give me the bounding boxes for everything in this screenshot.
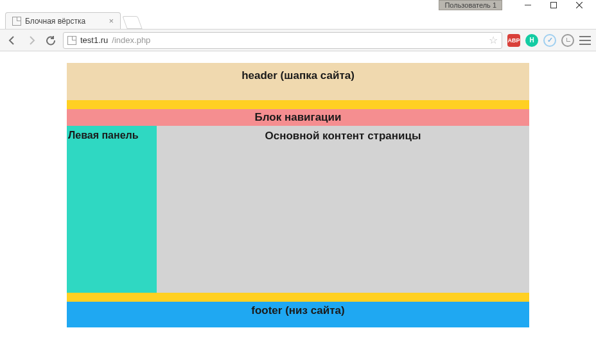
new-tab-button[interactable] [122, 16, 142, 29]
page-layout-wrapper: header (шапка сайта) Блок навигации Лева… [67, 63, 529, 327]
clock-extension-icon[interactable] [561, 34, 574, 47]
checkmark-extension-icon[interactable] [543, 34, 556, 47]
address-bar[interactable]: test1.ru/index.php ☆ [63, 32, 502, 49]
window-maximize-button[interactable] [541, 0, 566, 10]
back-button[interactable] [5, 33, 19, 48]
extension-icons: ABP H [507, 34, 591, 47]
user-profile-badge[interactable]: Пользователь 1 [439, 0, 502, 10]
h-extension-icon[interactable]: H [525, 34, 538, 47]
site-icon [67, 36, 76, 45]
navigation-block: Блок навигации [67, 109, 529, 126]
window-minimize-button[interactable] [515, 0, 541, 10]
tab-title: Блочная вёрстка [25, 17, 85, 26]
abp-extension-icon[interactable]: ABP [507, 34, 520, 47]
forward-button[interactable] [24, 33, 39, 48]
url-host: test1.ru [80, 35, 108, 45]
main-content-block: Основной контент страницы [157, 126, 529, 293]
divider-bar-top [67, 100, 529, 109]
site-header-block: header (шапка сайта) [67, 63, 529, 100]
window-close-button[interactable] [566, 0, 592, 10]
page-viewport: header (шапка сайта) Блок навигации Лева… [0, 51, 596, 327]
browser-tab[interactable]: Блочная вёрстка × [5, 12, 121, 29]
bookmark-star-icon[interactable]: ☆ [489, 34, 498, 46]
svg-rect-1 [551, 3, 557, 8]
browser-menu-button[interactable] [579, 36, 591, 45]
url-path: /index.php [112, 35, 150, 45]
site-footer-block: footer (низ сайта) [67, 302, 529, 327]
window-titlebar: Пользователь 1 [0, 0, 596, 10]
browser-tabstrip: Блочная вёрстка × [0, 10, 596, 30]
reload-button[interactable] [44, 33, 58, 48]
divider-bar-bottom [67, 293, 529, 302]
tab-close-button[interactable]: × [109, 17, 114, 25]
page-icon [12, 17, 21, 26]
columns-wrapper: Левая панель Основной контент страницы [67, 126, 529, 293]
browser-toolbar: test1.ru/index.php ☆ ABP H [0, 30, 596, 51]
left-panel-block: Левая панель [67, 126, 157, 293]
